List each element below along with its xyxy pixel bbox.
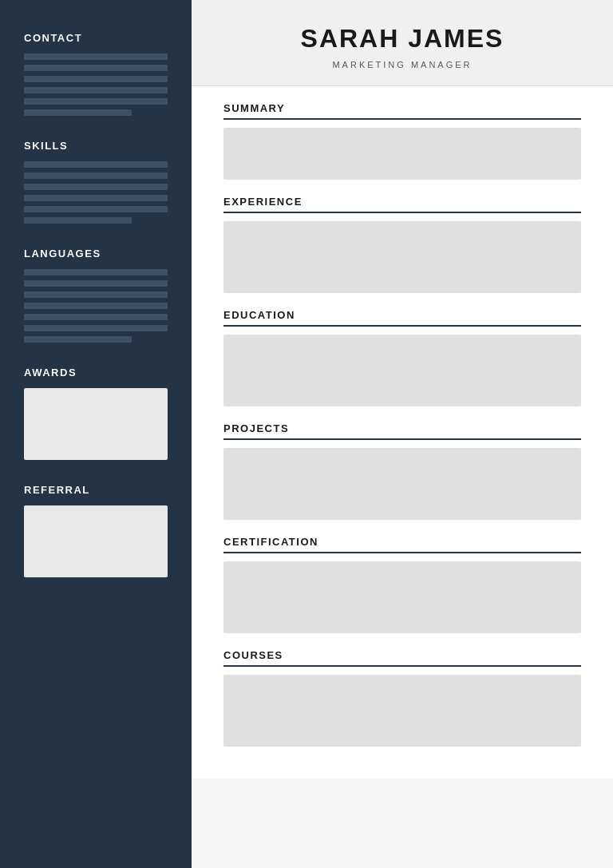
candidate-title: MARKETING MANAGER [223, 60, 581, 69]
languages-line-6 [24, 325, 168, 331]
skills-line-5 [24, 206, 168, 212]
sidebar-section-skills: SKILLS [24, 140, 168, 224]
sidebar: CONTACT SKILLS LANGUAGES [0, 0, 192, 868]
languages-lines [24, 269, 168, 343]
sidebar-awards-title: AWARDS [24, 367, 168, 379]
section-courses: COURSES [223, 649, 581, 747]
languages-line-4 [24, 303, 168, 309]
experience-title: EXPERIENCE [223, 196, 581, 213]
sidebar-section-referral: REFERRAL [24, 484, 168, 577]
certification-content [223, 561, 581, 633]
languages-line-1 [24, 269, 168, 275]
section-certification: CERTIFICATION [223, 536, 581, 633]
skills-line-4 [24, 195, 168, 201]
languages-line-3 [24, 291, 168, 298]
projects-title: PROJECTS [223, 422, 581, 440]
section-summary: SUMMARY [223, 102, 581, 180]
contact-line-6 [24, 109, 132, 116]
sidebar-languages-title: LANGUAGES [24, 248, 168, 260]
education-title: EDUCATION [223, 309, 581, 327]
contact-line-1 [24, 54, 168, 60]
sidebar-section-languages: LANGUAGES [24, 248, 168, 343]
skills-line-3 [24, 184, 168, 190]
skills-lines [24, 161, 168, 224]
resume-body: SUMMARY EXPERIENCE EDUCATION PROJECTS CE… [192, 86, 613, 779]
skills-line-6 [24, 217, 132, 224]
languages-line-2 [24, 280, 168, 287]
contact-line-4 [24, 87, 168, 93]
languages-line-5 [24, 314, 168, 320]
sidebar-referral-title: REFERRAL [24, 484, 168, 496]
skills-line-1 [24, 161, 168, 168]
contact-line-2 [24, 65, 168, 71]
resume-header: SARAH JAMES MARKETING MANAGER [192, 0, 613, 86]
courses-content [223, 675, 581, 747]
education-content [223, 335, 581, 406]
sidebar-skills-title: SKILLS [24, 140, 168, 152]
courses-title: COURSES [223, 649, 581, 667]
main-content: SARAH JAMES MARKETING MANAGER SUMMARY EX… [192, 0, 613, 868]
contact-lines [24, 54, 168, 116]
contact-line-5 [24, 98, 168, 105]
section-education: EDUCATION [223, 309, 581, 406]
skills-line-2 [24, 172, 168, 179]
section-projects: PROJECTS [223, 422, 581, 520]
candidate-name: SARAH JAMES [223, 24, 581, 54]
referral-box [24, 505, 168, 577]
sidebar-contact-title: CONTACT [24, 32, 168, 44]
section-experience: EXPERIENCE [223, 196, 581, 293]
contact-line-3 [24, 76, 168, 82]
summary-title: SUMMARY [223, 102, 581, 120]
projects-content [223, 448, 581, 520]
awards-box [24, 388, 168, 460]
sidebar-section-awards: AWARDS [24, 367, 168, 460]
languages-line-7 [24, 336, 132, 343]
certification-title: CERTIFICATION [223, 536, 581, 553]
summary-content [223, 128, 581, 180]
experience-content [223, 221, 581, 293]
sidebar-section-contact: CONTACT [24, 32, 168, 116]
